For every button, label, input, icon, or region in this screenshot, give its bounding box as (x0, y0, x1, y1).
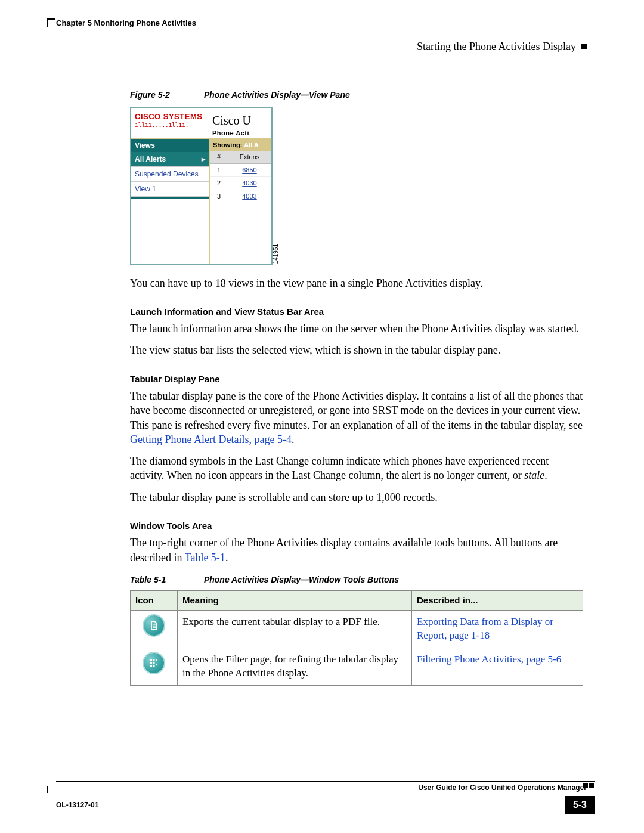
para-launch-2: The view status bar lists the selected v… (130, 343, 583, 357)
cell-ext[interactable]: 6850 (228, 164, 271, 176)
sidebar-item-all-alerts[interactable]: All Alerts (131, 152, 209, 167)
export-icon (144, 615, 164, 636)
crop-mark-bl (47, 786, 54, 793)
decorative-square-icon (581, 44, 587, 49)
tools-table: Icon Meaning Described in... Exports the… (130, 590, 583, 686)
app-subtitle: Phone Acti (212, 129, 251, 138)
sidebar-item-view1[interactable]: View 1 (131, 182, 209, 197)
col-num-header: # (210, 151, 228, 163)
header-section: Starting the Phone Activities Display (417, 39, 576, 54)
heading-tabular: Tabular Display Pane (130, 373, 583, 385)
grid-row: 1 6850 (210, 164, 271, 177)
cell-meaning: Exports the current tabular display to a… (178, 611, 412, 648)
decorative-square-icon (583, 783, 588, 788)
logo-text: CISCO SYSTEMS (135, 112, 212, 122)
th-icon: Icon (131, 590, 178, 610)
cell-meaning: Opens the Filter page, for refining the … (178, 648, 412, 685)
link-filtering[interactable]: Filtering Phone Activities, page 5-6 (417, 654, 561, 665)
link-table-5-1[interactable]: Table 5-1 (185, 552, 225, 563)
cell-num: 2 (210, 177, 228, 190)
link-exporting[interactable]: Exporting Data from a Display or Report,… (417, 616, 553, 641)
para-after-figure: You can have up to 18 views in the view … (130, 276, 583, 290)
p-frag: The diamond symbols in the Last Change c… (130, 455, 549, 481)
link-phone-alert-details[interactable]: Getting Phone Alert Details, page 5-4 (130, 433, 292, 445)
footer-row: OL-13127-01 5-3 (47, 796, 595, 814)
th-meaning: Meaning (178, 590, 412, 610)
cell-ext[interactable]: 4003 (228, 190, 271, 203)
cisco-logo: CISCO SYSTEMS ıllıı.....ıllıı. (131, 108, 212, 132)
para-tabular-1: The tabular display pane is the core of … (130, 389, 583, 447)
table-label: Table 5-1 (130, 574, 202, 586)
figure-caption: Figure 5-2 Phone Activities Display—View… (130, 89, 583, 101)
grid-header: # Extens (210, 151, 271, 164)
p-frag: . (292, 433, 295, 445)
heading-tools: Window Tools Area (130, 520, 583, 532)
table-header-row: Icon Meaning Described in... (131, 590, 583, 610)
footer-guide-title: User Guide for Cisco Unified Operations … (47, 783, 595, 792)
para-launch-1: The launch information area shows the ti… (130, 321, 583, 336)
page-content: Chapter 5 Monitoring Phone Activities St… (47, 18, 595, 686)
running-header: Chapter 5 Monitoring Phone Activities (47, 18, 595, 29)
figure-title: Phone Activities Display—View Pane (204, 90, 350, 100)
th-described: Described in... (412, 590, 583, 610)
header-section-row: Starting the Phone Activities Display (47, 39, 595, 54)
table-title: Phone Activities Display—Window Tools Bu… (204, 575, 399, 584)
para-tabular-3: The tabular display pane is scrollable a… (130, 490, 583, 504)
logo-graphic: ıllıı.....ıllıı. (135, 123, 212, 128)
app-title: Cisco U (212, 113, 251, 129)
sidebar-header: Views (131, 139, 209, 152)
footer-rule (56, 781, 595, 782)
app-title-block: Cisco U Phone Acti (212, 108, 251, 138)
page-number-badge: 5-3 (565, 796, 595, 814)
p-frag: . (225, 552, 228, 563)
cell-num: 1 (210, 164, 228, 176)
figure-label: Figure 5-2 (130, 89, 202, 101)
table-row: Exports the current tabular display to a… (131, 611, 583, 648)
showing-label: Showing: (213, 141, 244, 148)
p-frag: . (544, 469, 547, 481)
views-sidebar: Views All Alerts Suspended Devices View … (131, 139, 209, 264)
main-panel: Showing: All A # Extens 1 6850 2 4030 (209, 139, 271, 264)
figure-screenshot: CISCO SYSTEMS ıllıı.....ıllıı. Cisco U P… (130, 107, 273, 265)
page-footer: User Guide for Cisco Unified Operations … (47, 781, 595, 814)
app-body: Views All Alerts Suspended Devices View … (131, 139, 271, 264)
footer-doc-id: OL-13127-01 (47, 800, 98, 810)
cell-link: Exporting Data from a Display or Report,… (412, 611, 583, 648)
sidebar-item-suspended[interactable]: Suspended Devices (131, 167, 209, 182)
cell-icon (131, 611, 178, 648)
para-tools-1: The top-right corner of the Phone Activi… (130, 535, 583, 565)
grid-row: 2 4030 (210, 177, 271, 190)
showing-bar: Showing: All A (210, 139, 271, 151)
filter-icon (144, 653, 164, 673)
showing-value: All A (244, 141, 259, 148)
heading-launch: Launch Information and View Status Bar A… (130, 306, 583, 318)
para-tabular-2: The diamond symbols in the Last Change c… (130, 454, 583, 483)
col-ext-header: Extens (228, 151, 271, 163)
p-frag: The tabular display pane is the core of … (130, 390, 583, 431)
header-chapter: Chapter 5 Monitoring Phone Activities (47, 18, 196, 29)
cell-ext[interactable]: 4030 (228, 177, 271, 190)
decorative-square-icon (589, 783, 594, 788)
body-column: Figure 5-2 Phone Activities Display—View… (130, 89, 583, 686)
cell-num: 3 (210, 190, 228, 203)
figure-id: 141951 (272, 244, 280, 264)
grid-row: 3 4003 (210, 190, 271, 203)
app-header: CISCO SYSTEMS ıllıı.....ıllıı. Cisco U P… (131, 108, 271, 139)
table-row: Opens the Filter page, for refining the … (131, 648, 583, 685)
cell-link: Filtering Phone Activities, page 5-6 (412, 648, 583, 685)
cell-icon (131, 648, 178, 685)
sidebar-rule (131, 197, 209, 199)
table-caption: Table 5-1 Phone Activities Display—Windo… (130, 574, 583, 586)
stale-emphasis: stale (524, 469, 544, 481)
